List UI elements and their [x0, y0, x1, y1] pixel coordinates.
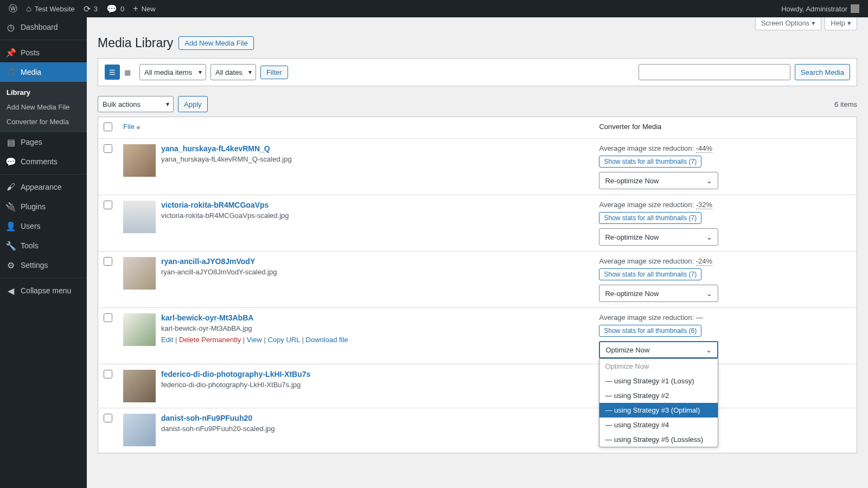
row-filename: karl-bewick-oyr-Mt3AbBA.jpg	[161, 324, 348, 332]
row-filename: victoria-rokita-bR4MCGoaVps-scaled.jpg	[161, 211, 289, 220]
row-filename: federico-di-dio-photography-LkHI-XtBu7s.…	[161, 381, 310, 389]
reduction-text: Average image size reduction: -24%	[599, 257, 851, 265]
dropdown-option[interactable]: — using Strategy #5 (Lossless)	[599, 432, 718, 447]
media-type-filter[interactable]: All media items	[139, 64, 206, 80]
screen-options-button[interactable]: Screen Options▾	[755, 17, 822, 30]
optimize-select[interactable]: Re-optimize Now⌄	[599, 172, 718, 189]
view-link[interactable]: View	[247, 336, 262, 344]
updates[interactable]: ⟳3	[79, 0, 102, 17]
optimize-select[interactable]: Re-optimize Now⌄	[599, 285, 718, 302]
date-filter[interactable]: All dates	[210, 64, 256, 80]
my-account[interactable]: Howdy, Administrator	[777, 0, 864, 17]
sidebar-collapse[interactable]: ◀Collapse menu	[0, 278, 87, 300]
help-button[interactable]: Help▾	[825, 17, 857, 30]
sidebar-item-tools[interactable]: 🔧Tools	[0, 236, 87, 255]
optimize-select[interactable]: Optimize Now⌄	[599, 341, 718, 358]
row-checkbox[interactable]	[104, 201, 112, 209]
thumbnail[interactable]	[123, 201, 156, 233]
download-link[interactable]: Download file	[306, 336, 348, 344]
new-label: New	[142, 5, 156, 13]
sidebar-item-label: Appearance	[21, 183, 62, 191]
edit-link[interactable]: Edit	[161, 336, 173, 344]
table-row: yana_hurskaya-fL4kevRMN_Qyana_hurskaya-f…	[98, 138, 857, 195]
row-title[interactable]: yana_hurskaya-fL4kevRMN_Q	[161, 144, 292, 153]
optimize-dropdown: Optimize Now — using Strategy #1 (Lossy)…	[599, 358, 718, 447]
page-icon: ▤	[5, 137, 16, 147]
sidebar-item-users[interactable]: 👤Users	[0, 216, 87, 236]
column-file[interactable]: File◆	[118, 117, 593, 138]
show-stats-button[interactable]: Show stats for all thumbnails (7)	[599, 156, 701, 168]
row-title[interactable]: victoria-rokita-bR4MCGoaVps	[161, 201, 289, 209]
sidebar-item-dashboard[interactable]: ◷Dashboard	[0, 17, 87, 37]
sidebar-item-settings[interactable]: ⚙Settings	[0, 255, 87, 275]
row-checkbox[interactable]	[104, 257, 112, 266]
row-actions: Edit | Delete Permanently | View | Copy …	[161, 336, 348, 344]
sidebar-item-plugins[interactable]: 🔌Plugins	[0, 197, 87, 216]
table-row: federico-di-dio-photography-LkHI-XtBu7sf…	[98, 364, 857, 408]
row-title[interactable]: danist-soh-nFu9PFuuh20	[161, 414, 275, 422]
table-row: ryan-ancill-aJYO8JmVodYryan-ancill-aJYO8…	[98, 251, 857, 307]
site-name-label: Test Website	[35, 5, 75, 13]
sidebar-item-media[interactable]: 🎵Media	[0, 62, 87, 82]
row-checkbox[interactable]	[104, 414, 112, 422]
dropdown-option[interactable]: Optimize Now	[599, 359, 718, 374]
copy-url-link[interactable]: Copy URL	[267, 336, 299, 344]
bulk-action-select[interactable]: Bulk actions	[98, 96, 174, 112]
filter-bar: ☰ ▦ All media items All dates Filter Sea…	[98, 58, 857, 86]
sort-icon: ◆	[136, 124, 141, 130]
show-stats-button[interactable]: Show stats for all thumbnails (7)	[599, 212, 701, 224]
sidebar-sub-addnew[interactable]: Add New Media File	[0, 100, 87, 114]
dropdown-option[interactable]: — using Strategy #4	[599, 418, 718, 432]
select-all-checkbox[interactable]	[104, 123, 112, 131]
optimize-select[interactable]: Re-optimize Now⌄	[599, 228, 718, 246]
column-converter: Converter for Media	[593, 117, 857, 138]
thumbnail[interactable]	[123, 370, 156, 402]
row-checkbox[interactable]	[104, 370, 112, 378]
sidebar-item-posts[interactable]: 📌Posts	[0, 40, 87, 62]
show-stats-button[interactable]: Show stats for all thumbnails (6)	[599, 325, 701, 337]
dropdown-option[interactable]: — using Strategy #2	[599, 388, 718, 403]
wp-logo[interactable]: ⓦ	[4, 0, 22, 17]
table-row: karl-bewick-oyr-Mt3AbBAkarl-bewick-oyr-M…	[98, 307, 857, 364]
updates-count: 3	[94, 5, 98, 13]
grid-view-button[interactable]: ▦	[120, 65, 135, 80]
sidebar-item-appearance[interactable]: 🖌Appearance	[0, 174, 87, 197]
thumbnail[interactable]	[123, 313, 156, 346]
sidebar-sub-converter[interactable]: Converter for Media	[0, 114, 87, 129]
sidebar-item-label: Dashboard	[21, 23, 58, 31]
show-stats-button[interactable]: Show stats for all thumbnails (7)	[599, 268, 701, 280]
howdy-label: Howdy, Administrator	[781, 5, 847, 13]
row-title[interactable]: federico-di-dio-photography-LkHI-XtBu7s	[161, 370, 310, 378]
dropdown-option[interactable]: — using Strategy #1 (Lossy)	[599, 374, 718, 388]
media-table: File◆ Converter for Media yana_hurskaya-…	[98, 117, 857, 453]
add-new-button[interactable]: Add New Media File	[178, 36, 253, 50]
sidebar-item-pages[interactable]: ▤Pages	[0, 132, 87, 152]
search-button[interactable]: Search Media	[795, 64, 850, 80]
row-title[interactable]: karl-bewick-oyr-Mt3AbBA	[161, 313, 348, 322]
main-content: Screen Options▾ Help▾ Media Library Add …	[87, 17, 868, 488]
site-name[interactable]: ⌂Test Website	[22, 0, 79, 17]
page-title: Media Library	[98, 36, 173, 50]
wordpress-icon: ⓦ	[9, 3, 17, 15]
row-checkbox[interactable]	[104, 313, 112, 322]
dropdown-option[interactable]: — using Strategy #3 (Optimal)	[599, 403, 718, 418]
search-input[interactable]	[639, 64, 790, 80]
thumbnail[interactable]	[123, 257, 156, 290]
screen-options-label: Screen Options	[761, 19, 810, 27]
new-content[interactable]: +New	[129, 0, 159, 17]
row-checkbox[interactable]	[104, 144, 112, 153]
comments[interactable]: 💬0	[102, 0, 129, 17]
reduction-text: Average image size reduction: -44%	[599, 144, 851, 152]
sidebar-sub-library[interactable]: Library	[0, 85, 87, 100]
thumbnail[interactable]	[123, 144, 156, 177]
delete-link[interactable]: Delete Permanently	[179, 336, 241, 344]
sidebar-item-label: Tools	[21, 241, 39, 250]
home-icon: ⌂	[26, 4, 31, 14]
filter-button[interactable]: Filter	[260, 66, 288, 79]
comment-icon: 💬	[5, 156, 16, 167]
apply-button[interactable]: Apply	[178, 96, 208, 112]
thumbnail[interactable]	[123, 414, 156, 446]
row-title[interactable]: ryan-ancill-aJYO8JmVodY	[161, 257, 277, 266]
sidebar-item-comments[interactable]: 💬Comments	[0, 152, 87, 171]
list-view-button[interactable]: ☰	[105, 65, 120, 80]
